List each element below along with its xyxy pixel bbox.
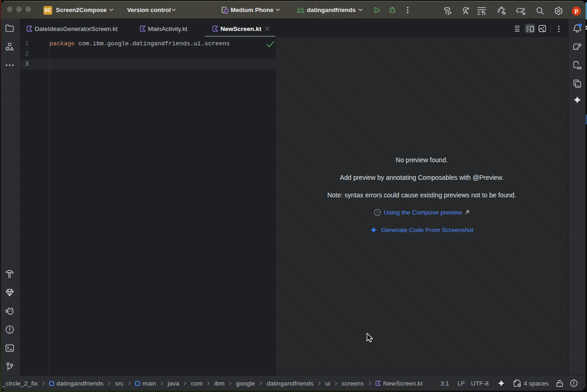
svg-text:?: ? [376,210,378,215]
